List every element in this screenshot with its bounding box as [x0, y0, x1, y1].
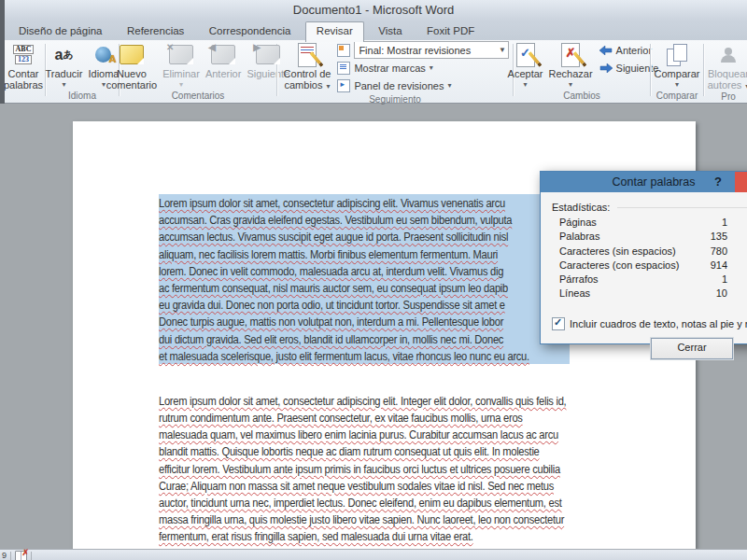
proofing-errors-icon[interactable] — [15, 551, 27, 560]
dropdown-arrow-icon: ▾ — [430, 63, 433, 72]
delete-comment-icon: ✕ — [169, 42, 193, 67]
dialog-body: Estadísticas: Páginas 1 Palabras 135 Car… — [541, 192, 747, 343]
ribbon-tab-row: Diseño de página Referencias Corresponde… — [0, 20, 747, 40]
show-markup-icon — [337, 62, 350, 75]
include-textboxes-checkbox[interactable]: Incluir cuadros de texto, notas al pie y… — [552, 317, 747, 330]
close-icon[interactable]: ✕ — [735, 172, 747, 192]
tab-revisar[interactable]: Revisar — [305, 21, 364, 42]
word-count-button[interactable]: ABC123 Contar palabras — [1, 41, 46, 91]
text-line[interactable]: rutrum condimentum ante. Praesent consec… — [159, 409, 597, 426]
tab-foxit-pdf[interactable]: Foxit PDF — [416, 22, 485, 40]
stat-value: 914 — [711, 259, 727, 273]
previous-change-icon — [599, 46, 613, 55]
cerrar-button[interactable]: Cerrar — [651, 338, 733, 359]
word-window: { "window": { "title": "Documento1 - Mic… — [0, 0, 747, 560]
group-seguimiento: Control de cambios▾ Final: Mostrar revis… — [277, 40, 513, 103]
selected-text-line[interactable]: ac fermentum consequat, nisl mauris auct… — [159, 279, 570, 296]
text-line[interactable]: Lorem ipsum dolor sit amet, consectetur … — [159, 392, 597, 409]
stat-value: 10 — [716, 287, 727, 301]
group-label-proteger: Pro — [704, 91, 747, 103]
stat-value: 1 — [722, 273, 727, 287]
selected-text-line[interactable]: accumsan lectus. Vivamus suscipit eget a… — [159, 228, 570, 245]
paragraph-2[interactable]: Lorem ipsum dolor sit amet, consectetur … — [159, 392, 597, 545]
selected-text-line[interactable]: dui dictum gravida. Sed elit eros, bland… — [159, 330, 570, 347]
track-changes-button[interactable]: Control de cambios▾ — [281, 41, 334, 91]
group-label-comentarios: Comentarios — [120, 91, 276, 103]
help-button[interactable]: ? — [709, 172, 727, 192]
selected-text-line[interactable]: Donec turpis augue, mattis non volutpat … — [159, 313, 570, 329]
tab-referencias[interactable]: Referencias — [117, 22, 194, 40]
stat-row: Palabras 135 — [559, 230, 727, 244]
group-proteger: Bloquear autores▾ Pro — [704, 40, 747, 103]
text-line[interactable]: blandit mattis. Quisque lobortis neque a… — [159, 442, 597, 459]
selected-text-line[interactable]: aliquam, nec facilisis lorem mattis. Mor… — [159, 245, 570, 262]
accept-button[interactable]: ✓ Aceptar — [505, 41, 546, 88]
selected-text-line[interactable]: et malesuada scelerisque, justo elit fer… — [159, 347, 570, 364]
reviewing-pane-icon — [337, 79, 350, 92]
next-comment-icon: ▶ — [256, 42, 280, 67]
stat-row: Párrafos 1 — [559, 273, 727, 287]
window-title: Documento1 - Microsoft Word — [0, 0, 747, 20]
stat-value: 780 — [711, 245, 727, 259]
block-authors-icon — [721, 42, 736, 67]
new-comment-icon — [120, 42, 144, 67]
compare-button[interactable]: Comparar — [652, 41, 703, 88]
show-markup-button[interactable]: Mostrar marcas ▾ — [337, 59, 509, 77]
status-bar: 9 — [0, 549, 747, 560]
previous-comment-icon: ◀ — [211, 42, 235, 67]
previous-comment-button[interactable]: ◀ Anterior — [203, 41, 245, 80]
dialog-title-bar[interactable]: Contar palabras ? ✕ — [541, 172, 747, 192]
tab-vista[interactable]: Vista — [368, 22, 412, 40]
reject-button[interactable]: ✗ Rechazar — [545, 41, 595, 88]
text-line[interactable]: efficitur lorem. Vestibulum ante ipsum p… — [159, 460, 597, 477]
new-comment-button[interactable]: Nuevo comentario — [104, 41, 160, 91]
group-word-count: ABC123 Contar palabras — [2, 40, 45, 103]
document-text-area[interactable]: Lorem ipsum dolor sit amet, consectetur … — [159, 194, 597, 545]
word-count-icon: ABC123 — [13, 42, 35, 67]
selected-text-line[interactable]: Lorem ipsum dolor sit amet, consectetur … — [159, 194, 570, 211]
group-comparar: Comparar Comparar — [651, 40, 703, 103]
reviewing-pane-button[interactable]: Panel de revisiones ▾ — [337, 77, 509, 94]
stat-value: 135 — [711, 230, 727, 244]
stat-label: Caracteres (con espacios) — [559, 259, 679, 273]
translate-button[interactable]: aあ Traducir — [43, 41, 86, 88]
stat-label: Líneas — [559, 287, 590, 301]
stat-row: Líneas 10 — [559, 287, 727, 301]
dropdown-arrow-icon — [62, 80, 65, 88]
title-bar: Documento1 - Microsoft Word — [0, 0, 747, 20]
text-line[interactable]: malesuada quam, vel maximus libero enim … — [159, 426, 597, 442]
dropdown-arrow-icon — [524, 80, 528, 88]
status-text-fragment: 9 — [2, 551, 7, 560]
paragraph-selected[interactable]: Lorem ipsum dolor sit amet, consectetur … — [159, 194, 597, 364]
stat-row: Caracteres (sin espacios) 780 — [559, 245, 727, 259]
stat-label: Palabras — [559, 230, 599, 244]
stat-label: Páginas — [559, 216, 597, 230]
dropdown-arrow-icon: ▾ — [447, 81, 451, 90]
ribbon: ABC123 Contar palabras aあ Traducir A Idi… — [0, 40, 747, 104]
dropdown-arrow-icon — [569, 80, 572, 88]
tab-correspondencia[interactable]: Correspondencia — [199, 22, 302, 40]
text-line[interactable]: fermentum, erat risus fringilla sapien, … — [159, 527, 597, 544]
selected-text-line[interactable]: eu gravida dui. Donec non porta odio, ut… — [159, 296, 570, 313]
display-for-review-icon — [337, 44, 350, 57]
selected-text-line[interactable]: accumsan. Cras gravida eleifend egestas.… — [159, 211, 570, 228]
text-line[interactable]: massa fringilla urna, quis molestie just… — [159, 511, 597, 527]
status-separator — [31, 552, 32, 560]
word-count-dialog: Contar palabras ? ✕ Estadísticas: Página… — [540, 171, 747, 344]
delete-comment-button[interactable]: ✕ Eliminar — [160, 41, 203, 88]
stat-value: 1 — [722, 216, 727, 230]
group-label-comparar: Comparar — [651, 91, 703, 103]
display-for-review-combobox[interactable]: Final: Mostrar revisiones▼ — [337, 41, 509, 59]
stat-row: Caracteres (con espacios) 914 — [559, 259, 727, 273]
text-line[interactable]: auctor, tincidunt urna nec, imperdiet le… — [159, 494, 597, 511]
accept-icon: ✓ — [516, 42, 535, 67]
block-authors-button[interactable]: Bloquear autores▾ — [705, 41, 747, 91]
section-divider — [617, 207, 747, 208]
status-separator — [10, 552, 11, 560]
window-edge — [0, 0, 5, 104]
checkbox-label: Incluir cuadros de texto, notas al pie y… — [570, 318, 747, 329]
tab-diseno-de-pagina[interactable]: Diseño de página — [8, 22, 113, 40]
reject-icon: ✗ — [561, 42, 580, 67]
selected-text-line[interactable]: lorem. Donec in velit commodo, malesuada… — [159, 262, 570, 279]
text-line[interactable]: Curae; Aliquam non massa sit amet neque … — [159, 477, 597, 494]
